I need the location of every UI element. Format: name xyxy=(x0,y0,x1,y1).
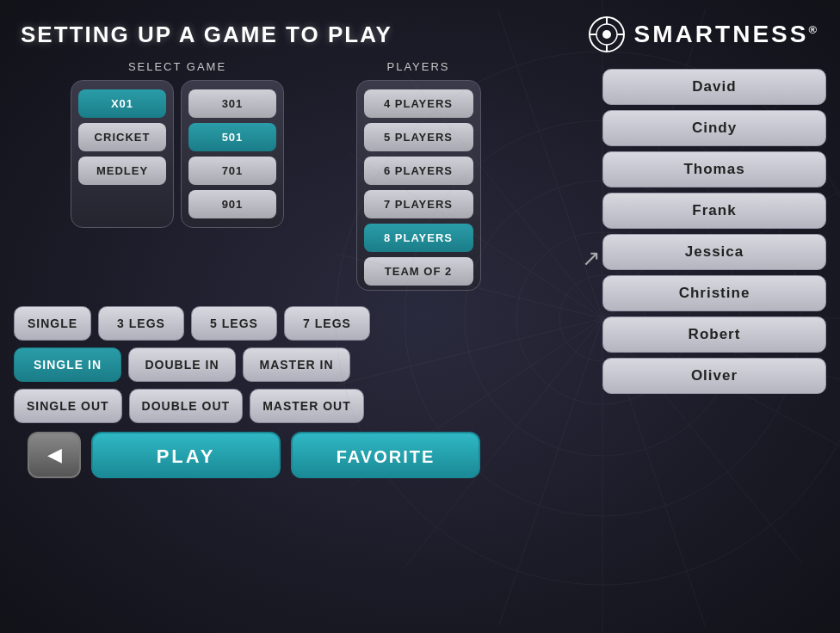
svg-line-14 xyxy=(336,318,602,385)
player-item-christine[interactable]: Christine xyxy=(602,275,826,311)
player-item-jessica[interactable]: Jessica xyxy=(602,234,826,270)
svg-line-13 xyxy=(336,254,602,318)
player-item-david[interactable]: David xyxy=(602,69,826,105)
svg-line-12 xyxy=(349,153,602,318)
player-item-thomas[interactable]: Thomas xyxy=(602,151,826,187)
player-item-cindy[interactable]: Cindy xyxy=(602,110,826,146)
svg-line-16 xyxy=(405,318,602,568)
player-item-oliver[interactable]: Oliver xyxy=(602,358,826,394)
arrow-indicator: ↗ xyxy=(582,245,601,272)
svg-line-11 xyxy=(401,67,602,318)
player-item-frank[interactable]: Frank xyxy=(602,193,826,229)
svg-line-17 xyxy=(499,318,602,624)
player-item-robert[interactable]: Robert xyxy=(602,316,826,353)
svg-line-10 xyxy=(497,9,602,318)
svg-line-15 xyxy=(350,318,602,486)
player-list-section: David Cindy Thomas Frank Jessica Christi… xyxy=(602,69,826,394)
